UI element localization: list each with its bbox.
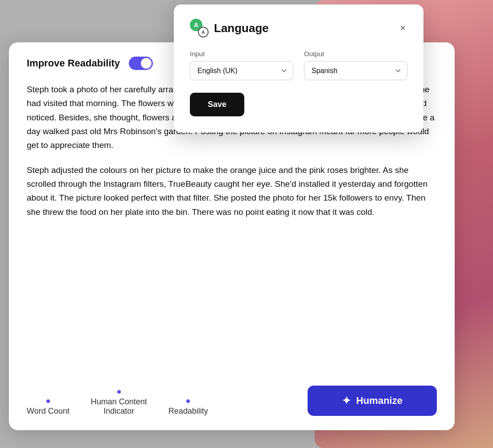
modal-title-row: A A Language [190, 19, 269, 37]
stat-label-readability: Readability [168, 407, 208, 416]
output-label: Output [304, 50, 407, 58]
language-icon: A A [190, 19, 209, 37]
sparkle-icon: ✦ [342, 395, 351, 407]
humanize-button[interactable]: ✦ Humanize [308, 386, 437, 416]
lang-icon-circle-es: A [198, 27, 209, 37]
stat-readability: Readability [168, 399, 208, 416]
save-button[interactable]: Save [190, 93, 244, 116]
close-button[interactable]: × [398, 21, 407, 35]
stat-dot-human-content [117, 390, 121, 394]
modal-header: A A Language × [190, 19, 407, 37]
modal-selects-row: Input English (UK) English (US) French G… [190, 50, 407, 80]
modal-title: Language [214, 21, 269, 35]
input-select-group: Input English (UK) English (US) French G… [190, 50, 293, 80]
toggle-knob [141, 58, 152, 69]
stat-human-content: Human ContentIndicator [91, 390, 147, 416]
stat-label-human-content: Human ContentIndicator [91, 397, 147, 416]
stat-dot-word-count [46, 399, 50, 403]
readability-toggle[interactable] [129, 57, 153, 70]
input-label: Input [190, 50, 293, 58]
stat-dot-readability [186, 399, 190, 403]
bottom-bar: Word Count Human ContentIndicator Readab… [27, 386, 437, 416]
stats-row: Word Count Human ContentIndicator Readab… [27, 390, 208, 416]
output-select-group: Output Spanish French German English (UK… [304, 50, 407, 80]
humanize-button-label: Humanize [356, 395, 403, 407]
readability-label: Improve Readability [27, 58, 120, 69]
stat-label-word-count: Word Count [27, 407, 70, 416]
stat-word-count: Word Count [27, 399, 70, 416]
input-language-select[interactable]: English (UK) English (US) French German … [190, 61, 293, 80]
language-modal: A A Language × Input English (UK) Englis… [174, 4, 423, 132]
paragraph-2: Steph adjusted the colours on her pictur… [27, 163, 437, 219]
output-language-select[interactable]: Spanish French German English (UK) Engli… [304, 61, 407, 80]
